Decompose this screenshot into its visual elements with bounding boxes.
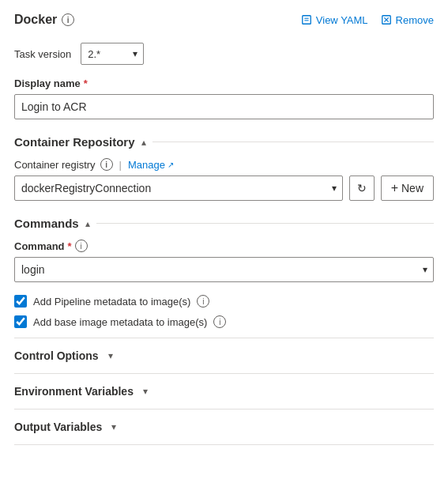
display-name-label: Display name * [14, 77, 434, 89]
commands-section-header: Commands ▴ [14, 217, 434, 230]
environment-variables-title: Environment Variables [14, 385, 134, 398]
top-bar: Docker i View YAML Remove [14, 13, 434, 27]
checkbox1-row: Add Pipeline metadata to image(s) i [14, 295, 434, 308]
base-image-metadata-info-icon[interactable]: i [213, 315, 226, 328]
output-variables-chevron-icon: ▾ [111, 421, 116, 432]
commands-title: Commands [14, 217, 79, 230]
command-select[interactable]: login build push buildAndPush [14, 257, 434, 282]
external-link-icon: ↗ [168, 160, 174, 169]
control-options-chevron-icon: ▾ [108, 350, 113, 361]
section-line [152, 142, 434, 142]
container-repository-title: Container Repository [14, 135, 135, 149]
manage-link[interactable]: Manage ↗ [128, 159, 174, 171]
task-version-select[interactable]: 2.* [81, 43, 144, 65]
control-options-title: Control Options [14, 349, 99, 362]
display-name-group: Display name * [14, 77, 434, 119]
page-title: Docker [14, 13, 57, 27]
container-repository-chevron-icon[interactable]: ▴ [141, 137, 146, 148]
container-repository-section-header: Container Repository ▴ [14, 135, 434, 149]
task-version-select-wrapper: 2.* ▾ [81, 43, 144, 65]
new-button-label: New [401, 182, 424, 194]
pipeline-metadata-info-icon[interactable]: i [197, 295, 209, 308]
task-version-row: Task version 2.* ▾ [14, 43, 434, 65]
command-info-icon[interactable]: i [75, 240, 88, 252]
base-image-metadata-label: Add base image metadata to image(s) [33, 316, 207, 328]
top-bar-right: View YAML Remove [301, 14, 434, 26]
container-registry-label-row: Container registry i | Manage ↗ [14, 158, 434, 171]
container-registry-label: Container registry [14, 159, 96, 171]
collapsible-sections: Control Options ▾ Environment Variables … [14, 338, 434, 445]
command-required-star: * [68, 240, 72, 252]
task-version-label: Task version [14, 48, 71, 60]
registry-info-icon[interactable]: i [100, 158, 113, 171]
registry-select-wrapper: dockerRegistryConnection ▾ [14, 176, 343, 201]
output-variables-section[interactable]: Output Variables ▾ [14, 409, 434, 445]
top-bar-left: Docker i [14, 13, 74, 27]
yaml-icon [301, 14, 312, 25]
new-button[interactable]: + New [381, 176, 434, 201]
command-label-row: Command * i [14, 240, 434, 252]
environment-variables-section[interactable]: Environment Variables ▾ [14, 373, 434, 409]
refresh-icon: ↻ [357, 182, 367, 194]
registry-select[interactable]: dockerRegistryConnection [14, 176, 343, 201]
registry-select-row: dockerRegistryConnection ▾ ↻ + New [14, 176, 434, 201]
docker-info-icon[interactable]: i [62, 13, 74, 26]
command-select-wrapper: login build push buildAndPush ▾ [14, 257, 434, 282]
command-label: Command [14, 240, 65, 252]
environment-variables-chevron-icon: ▾ [143, 386, 148, 397]
required-star: * [84, 77, 88, 89]
output-variables-title: Output Variables [14, 421, 102, 433]
remove-link[interactable]: Remove [381, 14, 434, 26]
base-image-metadata-checkbox[interactable] [14, 315, 27, 328]
control-options-section[interactable]: Control Options ▾ [14, 338, 434, 373]
refresh-button[interactable]: ↻ [349, 176, 375, 201]
checkbox2-row: Add base image metadata to image(s) i [14, 315, 434, 328]
commands-section-line [96, 223, 434, 224]
remove-icon [381, 14, 392, 25]
view-yaml-link[interactable]: View YAML [301, 14, 368, 26]
command-field-group: Command * i login build push buildAndPus… [14, 240, 434, 282]
svg-rect-0 [303, 16, 311, 25]
container-registry-group: Container registry i | Manage ↗ dockerRe… [14, 158, 434, 201]
commands-chevron-icon[interactable]: ▴ [85, 218, 90, 229]
pipeline-metadata-label: Add Pipeline metadata to image(s) [33, 296, 190, 308]
display-name-input[interactable] [14, 94, 434, 119]
pipeline-metadata-checkbox[interactable] [14, 295, 27, 308]
plus-icon: + [391, 182, 398, 194]
pipe-separator: | [119, 159, 122, 171]
